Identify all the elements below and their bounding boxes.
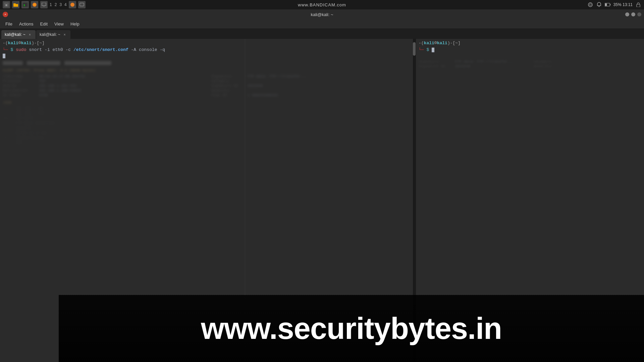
bracket-open: -( [3,40,8,46]
bracket-dir-close: ] [42,40,45,46]
dot-1 [625,12,629,16]
json-items: var 192.168.1.101 dst 192.168.1.100 pkg … [3,106,413,145]
right-sig-label: Signature: [419,60,452,64]
scrollbar-thumb-left[interactable] [413,42,416,56]
terminal-area[interactable]: -( kali ☹ kali )-[ ~ ] └─ $ sudo snort -… [0,39,644,362]
workspace-4[interactable]: 4 [64,2,67,7]
title-bar-right [625,12,641,16]
source-value: 192.168.1.101:443 [39,84,76,88]
json-row-1: var 192.168.1.101 [3,106,413,110]
bracket-dir-close-right: ] [458,40,461,46]
json-row-7: fl 1968231668161 [3,136,413,140]
json-label: JSON [3,101,413,105]
workspace-2[interactable]: 2 [55,2,57,7]
dollar-left: $ [11,47,13,53]
firefox-icon-2[interactable] [69,1,76,8]
cmd-flags: -i eth0 -c [45,47,71,53]
source-label: Source: [3,84,36,88]
right-info-sig: Signature: FTP-data: FTP://transfer... [419,60,527,64]
sig-id-value: 2022648 [248,84,263,88]
signature-value: FTP-data: FTP://transfer... [248,74,307,78]
svg-text:$: $ [23,4,25,7]
tab-2[interactable]: kali@kali: ~ × [36,30,70,39]
prompt-at-left: ☹ [18,40,21,46]
info-source: Source: 192.168.1.101:443 [3,84,205,88]
right-sev-label: Severity: [533,64,567,68]
dot-2 [631,12,635,16]
tabs-bar: kali@kali: ~ × kali@kali: ~ × [0,29,644,39]
alert-text: ALERT (34764: Proxy WAD): A.4 (9640 byte… [3,68,413,72]
workspace-1[interactable]: 1 [50,2,52,7]
prompt-line-right: -( kali ☹ kali )-[ ~ ] [419,40,641,46]
json-row-6: ts 06/10-15:17:08 [3,131,413,135]
iface-value: eth0 [39,93,48,97]
menu-view[interactable]: View [52,21,66,27]
protocol-value: TCP [39,79,46,83]
close-button[interactable]: × [3,12,8,17]
right-sigid-label: Signature ID: [419,64,452,68]
terminal-icon[interactable]: $ [21,1,29,8]
tab-1[interactable]: kali@kali: ~ × [1,30,36,39]
json-section: JSON var 192.168.1.101 dst 192.168.1.100… [3,101,413,145]
right-info-cat: Category: [533,60,641,64]
info-grid: Timestamp: 06/10-15:17:08.034761 Signatu… [3,74,413,97]
cmd-path: /etc/snort/snort.conf [73,47,128,53]
cmd-space [71,47,73,53]
right-sig-value: FTP-data: FTP://transfer... [455,60,515,64]
watermark-overlay: www.securitybytes.in [59,295,644,362]
signature-label: Signature: [211,74,245,78]
svg-rect-6 [42,3,46,6]
info-signature: Signature: FTP-data: FTP://transfer... [211,74,413,78]
network-icon [587,2,593,8]
json-row-8: pr TCP [3,141,413,145]
right-blurred-content: Signature: FTP-data: FTP://transfer... C… [419,60,641,68]
notification-icon [596,2,602,8]
info-severity: Severity: [211,88,413,93]
json-row-5: id 2022648 [3,126,413,130]
prompt-user-left: kali [8,40,18,46]
tab-1-label: kali@kali: ~ [5,32,25,37]
menu-actions[interactable]: Actions [16,21,36,27]
cursor-right [432,48,434,52]
tab-1-close[interactable]: × [28,32,32,37]
tab-2-label: kali@kali: ~ [40,32,60,37]
svg-point-10 [588,3,592,7]
bracket-open-right: -( [419,40,424,46]
extra-icon[interactable] [78,1,86,8]
svg-point-12 [598,6,599,7]
svg-point-8 [70,3,74,7]
right-info-sigid: Signature ID: 2022648 [419,64,527,68]
timestamp-label: Timestamp: [3,74,36,78]
destination-label: Destination: [3,88,36,93]
menu-file[interactable]: File [3,21,15,27]
prompt-line-left: -( kali ☹ kali )-[ ~ ] [3,40,413,46]
tab-2-close[interactable]: × [62,32,67,37]
folder-icon[interactable] [12,1,19,8]
destination-value: 192.168.1.100:54843 [39,88,81,93]
menu-edit[interactable]: Edit [38,21,50,27]
watermark-text: www.securitybytes.in [201,311,502,346]
app-icon[interactable]: ⊞ [3,1,10,8]
info-protocol: Protocol: TCP [3,79,205,83]
prompt-host-left: kali [21,40,32,46]
info-timestamp: Timestamp: 06/10-15:17:08.034761 [3,74,205,78]
severity-label: Severity: [211,88,245,93]
svg-point-11 [589,4,591,6]
json-row-3: pkg TCP:9640 [3,116,413,120]
prompt-host-right: kali [437,40,447,46]
prompt-at-right: ☹ [434,40,437,46]
taskbar-left: ⊞ $ 1 2 3 4 [3,1,86,8]
lock-icon[interactable] [635,2,641,8]
json-row-2: dst 192.168.1.100 [3,111,413,115]
protocol-label: Protocol: [3,79,36,83]
firefox-icon[interactable] [31,1,38,8]
cmd-snort: snort [26,47,45,53]
info-iface: In Iface: eth0 [3,93,205,97]
workspace-3[interactable]: 3 [59,2,62,7]
monitor-icon[interactable] [40,1,48,8]
menu-help[interactable]: Help [68,21,82,27]
right-info-sev: Severity: [533,64,641,68]
arrow-left: └─ [3,47,8,53]
info-category: Category: [211,79,413,83]
arrow-right: └─ [419,47,424,53]
